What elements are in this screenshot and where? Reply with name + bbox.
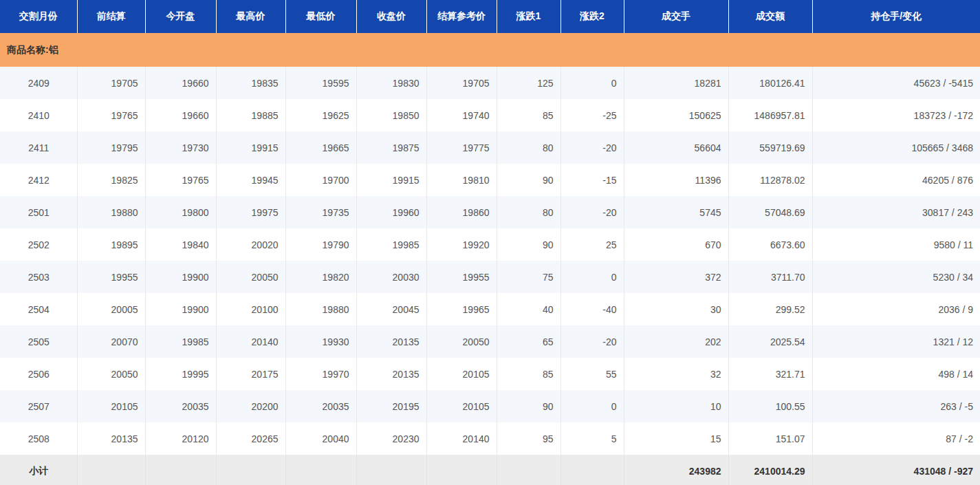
cell-high: 19915 [216,131,285,164]
cell-close: 20195 [356,390,426,422]
cell-high: 19885 [216,99,285,131]
subtotal-empty-cell [497,455,560,485]
cell-low: 19595 [285,67,356,99]
cell-month: 2501 [0,196,77,228]
table-row: 2409197051966019835195951983019705125018… [0,67,980,99]
cell-open-interest-change: 9580 / 11 [812,228,980,261]
cell-low: 20035 [285,390,356,422]
cell-settle-ref: 20105 [426,390,497,422]
column-header-change1: 涨跌1 [497,0,560,33]
cell-volume: 372 [624,261,728,293]
cell-turnover: 57048.69 [728,196,812,228]
table-row: 2503199551990020050198202003019955750372… [0,261,980,293]
cell-open: 20120 [145,422,216,455]
cell-volume: 670 [624,228,728,261]
cell-open: 19985 [145,325,216,358]
cell-month: 2506 [0,358,77,390]
cell-low: 19930 [285,325,356,358]
cell-volume: 56604 [624,131,728,164]
market-quotes-page: 交割月份 前结算 今开盘 最高价 最低价 收盘价 结算参考价 涨跌1 涨跌2 成… [0,0,980,485]
cell-turnover: 1486957.81 [728,99,812,131]
cell-volume: 150625 [624,99,728,131]
table-row: 2507201052003520200200352019520105900101… [0,390,980,422]
cell-close: 19850 [356,99,426,131]
cell-settle-ref: 19705 [426,67,497,99]
cell-change1: 80 [497,131,560,164]
subtotal-open-interest-change: 431048 / -927 [812,455,980,485]
cell-turnover: 299.52 [728,293,812,325]
table-row: 241019765196601988519625198501974085-251… [0,99,980,131]
subtotal-empty-cell [77,455,145,485]
cell-volume: 5745 [624,196,728,228]
subtotal-empty-cell [145,455,216,485]
header-row: 交割月份 前结算 今开盘 最高价 最低价 收盘价 结算参考价 涨跌1 涨跌2 成… [0,0,980,33]
cell-high: 19975 [216,196,285,228]
column-header-settle-ref: 结算参考价 [426,0,497,33]
cell-change1: 40 [497,293,560,325]
cell-prev-settle: 19765 [77,99,145,131]
table-header: 交割月份 前结算 今开盘 最高价 最低价 收盘价 结算参考价 涨跌1 涨跌2 成… [0,0,980,33]
cell-settle-ref: 20050 [426,325,497,358]
cell-open-interest-change: 183723 / -172 [812,99,980,131]
commodity-group: 商品名称:铝 [0,33,980,67]
cell-month: 2410 [0,99,77,131]
column-header-close: 收盘价 [356,0,426,33]
cell-open: 19660 [145,99,216,131]
cell-turnover: 151.07 [728,422,812,455]
cell-low: 19970 [285,358,356,390]
cell-month: 2504 [0,293,77,325]
subtotal-turnover: 2410014.29 [728,455,812,485]
cell-prev-settle: 19795 [77,131,145,164]
cell-turnover: 3711.70 [728,261,812,293]
cell-open-interest-change: 5230 / 34 [812,261,980,293]
cell-change1: 90 [497,390,560,422]
cell-prev-settle: 20050 [77,358,145,390]
cell-month: 2502 [0,228,77,261]
cell-prev-settle: 19895 [77,228,145,261]
cell-change2: 0 [560,390,624,422]
cell-settle-ref: 19965 [426,293,497,325]
table-row: 2506200501999520175199702013520105855532… [0,358,980,390]
column-header-month: 交割月份 [0,0,77,33]
cell-turnover: 112878.02 [728,164,812,196]
cell-open-interest-change: 105665 / 3468 [812,131,980,164]
cell-low: 19820 [285,261,356,293]
column-header-change2: 涨跌2 [560,0,624,33]
column-header-open-interest-change: 持仓手/变化 [812,0,980,33]
cell-turnover: 559719.69 [728,131,812,164]
column-header-prev-settle: 前结算 [77,0,145,33]
column-header-high: 最高价 [216,0,285,33]
cell-high: 20140 [216,325,285,358]
cell-prev-settle: 20005 [77,293,145,325]
cell-change2: -25 [560,99,624,131]
cell-low: 19735 [285,196,356,228]
cell-low: 19880 [285,293,356,325]
cell-change2: 0 [560,67,624,99]
cell-high: 20050 [216,261,285,293]
cell-prev-settle: 19705 [77,67,145,99]
cell-close: 20030 [356,261,426,293]
commodity-group-row: 商品名称:铝 [0,33,980,67]
cell-month: 2409 [0,67,77,99]
cell-close: 20135 [356,358,426,390]
cell-close: 19985 [356,228,426,261]
subtotal-volume: 243982 [624,455,728,485]
cell-settle-ref: 19810 [426,164,497,196]
cell-prev-settle: 20105 [77,390,145,422]
cell-open: 19730 [145,131,216,164]
cell-open-interest-change: 498 / 14 [812,358,980,390]
cell-low: 19625 [285,99,356,131]
cell-high: 20265 [216,422,285,455]
subtotal-empty-cell [285,455,356,485]
cell-open-interest-change: 87 / -2 [812,422,980,455]
table-row: 2502198951984020020197901998519920902567… [0,228,980,261]
cell-change2: -20 [560,325,624,358]
cell-settle-ref: 20105 [426,358,497,390]
cell-settle-ref: 19740 [426,99,497,131]
cell-change1: 75 [497,261,560,293]
cell-month: 2412 [0,164,77,196]
cell-volume: 202 [624,325,728,358]
cell-volume: 15 [624,422,728,455]
cell-prev-settle: 19880 [77,196,145,228]
cell-close: 19960 [356,196,426,228]
